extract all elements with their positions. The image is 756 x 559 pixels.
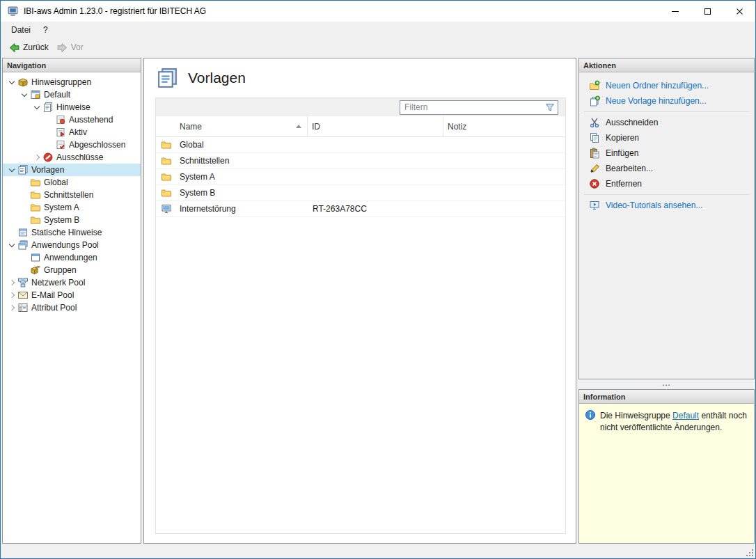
tree-item-label: Statische Hinweise: [31, 228, 102, 237]
navigation-tree: Hinweisgruppen Default Hinweise Ausstehe…: [3, 72, 141, 314]
tree-item-ausstehend[interactable]: Ausstehend: [3, 113, 141, 126]
chevron-right-icon[interactable]: [7, 302, 17, 313]
minimize-button[interactable]: [659, 1, 691, 22]
chevron-down-icon[interactable]: [19, 89, 30, 100]
tree-item-email-pool[interactable]: E-Mail Pool: [3, 289, 141, 301]
template-monitor-icon: [161, 203, 172, 214]
folder-icon: [161, 139, 172, 150]
filter-input[interactable]: [400, 102, 544, 112]
action-copy[interactable]: Kopieren: [579, 130, 754, 145]
action-label: Kopieren: [606, 133, 639, 143]
hinweise-notes-icon: [42, 102, 54, 113]
folder-icon: [161, 171, 172, 182]
column-header-notiz[interactable]: Notiz: [443, 116, 565, 136]
copy-icon: [589, 132, 600, 143]
tree-item-label: System B: [44, 215, 79, 225]
attribute-pool-icon: [17, 302, 29, 313]
actions-header-label: Aktionen: [583, 61, 616, 70]
actions-header: Aktionen: [579, 58, 754, 72]
folder-icon: [30, 189, 41, 200]
titlebar: IBI-aws Admin 1.23.0 - registriert für I…: [1, 1, 755, 22]
tree-item-system-a[interactable]: System A: [3, 201, 141, 214]
action-new-template[interactable]: Neue Vorlage hinzufügen...: [579, 93, 754, 109]
filter-box[interactable]: [400, 100, 558, 115]
tree-item-label: Global: [44, 178, 68, 187]
action-new-folder[interactable]: Neuen Ordner hinzufügen...: [579, 78, 754, 93]
tree-item-attribut-pool[interactable]: Attribut Pool: [3, 301, 141, 314]
tree-item-anwendungen[interactable]: Anwendungen: [3, 251, 141, 264]
action-cut[interactable]: Ausschneiden: [579, 115, 754, 130]
new-template-icon: [589, 95, 600, 107]
chevron-down-icon[interactable]: [7, 164, 17, 175]
forward-button[interactable]: Vor: [54, 40, 88, 55]
tree-item-global[interactable]: Global: [3, 176, 141, 189]
column-header-id[interactable]: ID: [308, 116, 443, 136]
groups-icon: [30, 265, 41, 276]
tree-item-schnittstellen[interactable]: Schnittstellen: [3, 189, 141, 201]
default-link[interactable]: Default: [672, 411, 699, 420]
chevron-right-icon[interactable]: [7, 277, 17, 288]
folder-icon: [161, 155, 172, 166]
column-header-name-label: Name: [180, 122, 202, 132]
table-row[interactable]: System B: [156, 185, 565, 201]
right-column: Aktionen Neuen Ordner hinzufügen... Neue…: [578, 58, 755, 544]
chevron-down-icon[interactable]: [7, 77, 17, 88]
chevron-right-icon[interactable]: [7, 290, 17, 301]
tree-item-aktiv[interactable]: Aktiv: [3, 126, 141, 139]
menu-datei[interactable]: Datei: [5, 24, 37, 36]
column-header-name[interactable]: Name: [156, 116, 308, 136]
table-row[interactable]: System A: [156, 169, 565, 185]
information-text: Die Hinweisgruppe Default enthält noch n…: [600, 409, 748, 433]
maximize-button[interactable]: [691, 1, 723, 22]
tree-item-gruppen[interactable]: Gruppen: [3, 264, 141, 276]
panel-splitter[interactable]: …: [578, 379, 755, 389]
chevron-down-icon[interactable]: [7, 239, 17, 251]
action-delete[interactable]: Entfernen: [579, 176, 754, 191]
tree-item-system-b[interactable]: System B: [3, 214, 141, 226]
filter-funnel-icon[interactable]: [544, 102, 556, 113]
back-button[interactable]: Zurück: [6, 40, 54, 55]
action-label: Einfügen: [606, 148, 638, 158]
action-edit[interactable]: Bearbeiten...: [579, 161, 754, 176]
table-row[interactable]: Schnittstellen: [156, 153, 565, 169]
forward-arrow-icon: [56, 42, 68, 54]
tree-item-ausschluesse[interactable]: Ausschlüsse: [3, 151, 141, 164]
column-header-id-label: ID: [312, 122, 320, 132]
tree-item-abgeschlossen[interactable]: Abgeschlossen: [3, 139, 141, 151]
table-row[interactable]: Global: [156, 137, 565, 153]
table-row[interactable]: Internetstörung RT-263A78CC: [156, 201, 565, 217]
tree-item-anwendungs-pool[interactable]: Anwendungs Pool: [3, 239, 141, 251]
menu-help[interactable]: ?: [37, 24, 54, 36]
templates-icon: [156, 67, 179, 90]
tree-item-label: Default: [44, 90, 70, 100]
tree-item-netzwerk-pool[interactable]: Netzwerk Pool: [3, 276, 141, 289]
action-label: Ausschneiden: [606, 118, 658, 127]
tree-item-label: Netzwerk Pool: [31, 278, 85, 288]
chevron-down-icon[interactable]: [32, 102, 42, 113]
chevron-right-icon[interactable]: [32, 152, 42, 163]
action-label: Neuen Ordner hinzufügen...: [606, 81, 709, 90]
tree-item-statische-hinweise[interactable]: Statische Hinweise: [3, 226, 141, 239]
tree-item-hinweise[interactable]: Hinweise: [3, 101, 141, 113]
tree-item-label: Hinweise: [56, 102, 90, 112]
tree-item-default[interactable]: Default: [3, 88, 141, 101]
tree-item-vorlagen[interactable]: Vorlagen: [3, 164, 141, 176]
action-paste[interactable]: Einfügen: [579, 145, 754, 161]
folder-icon: [30, 214, 41, 226]
close-button[interactable]: [723, 1, 755, 22]
tree-item-label: Anwendungen: [44, 253, 97, 262]
information-panel: Information Die Hinweisgruppe Default en…: [578, 389, 755, 544]
app-icon: [7, 6, 19, 17]
delete-icon: [589, 178, 600, 189]
tree-item-hinweisgruppen[interactable]: Hinweisgruppen: [3, 76, 141, 88]
minimize-icon: [672, 11, 679, 12]
templates-icon: [17, 164, 29, 175]
menubar: Datei ?: [1, 22, 755, 38]
action-label: Bearbeiten...: [606, 164, 653, 173]
action-video-tutorials[interactable]: Video-Tutorials ansehen...: [579, 198, 754, 213]
tree-item-label: E-Mail Pool: [31, 290, 74, 300]
filter-band: [156, 98, 565, 116]
email-pool-icon: [17, 290, 29, 301]
forward-label: Vor: [71, 42, 84, 52]
resize-grip[interactable]: [746, 549, 753, 556]
